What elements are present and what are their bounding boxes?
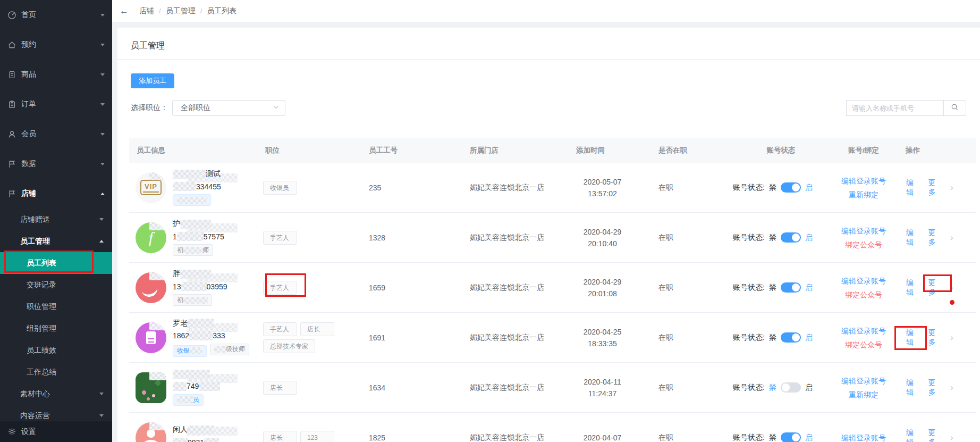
actions-cell: 编辑更多 bbox=[898, 228, 950, 247]
position-chip-123: 123 bbox=[300, 431, 334, 442]
breadcrumb-separator: / bbox=[200, 7, 202, 15]
sidebar-item-预约[interactable]: 预约 bbox=[0, 30, 112, 60]
position-cell: 手艺人 bbox=[258, 279, 359, 296]
more-link[interactable]: 更多 bbox=[928, 278, 943, 297]
search-button[interactable] bbox=[943, 100, 966, 116]
privacy-mosaic bbox=[149, 322, 166, 330]
visible-text: 收银 bbox=[177, 346, 190, 355]
sidebar-item-店铺[interactable]: 店铺 bbox=[0, 179, 112, 209]
store-cell: 媚妃美容连锁北京一店 bbox=[462, 383, 569, 393]
visible-text: 初 bbox=[177, 296, 183, 305]
row-expand-chevron-icon[interactable]: › bbox=[950, 382, 963, 393]
row-expand-chevron-icon[interactable]: › bbox=[950, 332, 963, 343]
privacy-mosaic bbox=[183, 247, 202, 254]
position-select[interactable]: 全部职位 bbox=[172, 100, 285, 116]
added-date: 2020-04-11 bbox=[569, 376, 636, 388]
add-employee-button[interactable]: 添加员工 bbox=[131, 73, 174, 88]
sidebar-item-商品[interactable]: 商品 bbox=[0, 60, 112, 89]
link-绑定公众号[interactable]: 绑定公众号 bbox=[829, 238, 898, 252]
level-tag: 级技师 bbox=[210, 344, 249, 355]
breadcrumb-item-员工管理[interactable]: 员工管理 bbox=[166, 6, 196, 15]
link-重新绑定[interactable]: 重新绑定 bbox=[829, 188, 898, 202]
link-编辑登录账号[interactable]: 编辑登录账号 bbox=[829, 224, 898, 238]
search-input[interactable] bbox=[846, 100, 943, 116]
more-link[interactable]: 更多 bbox=[928, 328, 943, 347]
edit-link[interactable]: 编辑 bbox=[906, 328, 921, 347]
position-cell: 店长 bbox=[258, 379, 359, 396]
sidebar-item-数据[interactable]: 数据 bbox=[0, 149, 112, 179]
breadcrumb-item-店铺[interactable]: 店铺 bbox=[139, 6, 154, 15]
sidebar-item-订单[interactable]: 订单 bbox=[0, 89, 112, 119]
link-编辑登录账号[interactable]: 编辑登录账号 bbox=[829, 274, 898, 288]
sidebar-item-会员[interactable]: 会员 bbox=[0, 119, 112, 149]
link-绑定公众号[interactable]: 绑定公众号 bbox=[829, 288, 898, 302]
more-link[interactable]: 更多 bbox=[928, 378, 943, 397]
account-bind-cell: 编辑登录账号 bbox=[829, 431, 898, 442]
more-link[interactable]: 更多 bbox=[928, 178, 943, 197]
on-duty-cell: 在职 bbox=[651, 283, 733, 293]
position-chip-店长: 店长 bbox=[263, 381, 297, 395]
link-编辑登录账号[interactable]: 编辑登录账号 bbox=[829, 374, 898, 388]
sidebar-item-label: 店铺 bbox=[21, 189, 100, 198]
back-arrow-icon[interactable]: ← bbox=[120, 6, 129, 16]
level-tag bbox=[173, 194, 211, 206]
visible-text: 13 bbox=[173, 282, 181, 291]
status-label: 账号状态: bbox=[733, 233, 765, 243]
sidebar-subitem-员工列表[interactable]: 员工列表 bbox=[0, 252, 112, 274]
sidebar-subitem-工作总结[interactable]: 工作总结 bbox=[0, 361, 112, 383]
edit-link[interactable]: 编辑 bbox=[906, 278, 921, 297]
link-绑定公众号[interactable]: 绑定公众号 bbox=[829, 338, 898, 352]
on-duty-cell: 在职 bbox=[651, 433, 733, 442]
enable-label: 启 bbox=[805, 333, 813, 343]
edit-link[interactable]: 编辑 bbox=[906, 178, 921, 197]
visible-text: 333 bbox=[213, 331, 225, 340]
employee-info-cell: f护157575初师 bbox=[129, 219, 258, 256]
row-expand-chevron-icon[interactable]: › bbox=[950, 282, 963, 293]
store-cell: 媚妃美容连锁北京一店 bbox=[462, 433, 569, 442]
edit-link[interactable]: 编辑 bbox=[906, 428, 921, 442]
more-link[interactable]: 更多 bbox=[928, 428, 943, 442]
sidebar-subitem-交班记录[interactable]: 交班记录 bbox=[0, 274, 112, 296]
breadcrumb-item-员工列表[interactable]: 员工列表 bbox=[207, 6, 236, 15]
chevron-down-icon bbox=[99, 218, 104, 223]
sidebar-subitem-label: 员工绩效 bbox=[27, 346, 56, 355]
edit-link[interactable]: 编辑 bbox=[906, 378, 921, 397]
sidebar-subitem-职位管理[interactable]: 职位管理 bbox=[0, 296, 112, 318]
privacy-mosaic bbox=[149, 172, 166, 180]
toolbar: 添加员工 bbox=[131, 73, 980, 88]
column-header-所属门店: 所属门店 bbox=[462, 146, 569, 155]
added-clock: 20:01:08 bbox=[569, 288, 636, 299]
sidebar-item-设置[interactable]: 设置 bbox=[0, 421, 112, 442]
sidebar-subitem-店铺赠送[interactable]: 店铺赠送 bbox=[0, 209, 112, 230]
row-expand-chevron-icon[interactable]: › bbox=[950, 232, 963, 243]
sidebar-subitem-组别管理[interactable]: 组别管理 bbox=[0, 318, 112, 339]
column-header-是否在职: 是否在职 bbox=[651, 146, 733, 155]
privacy-mosaic bbox=[180, 270, 211, 279]
employee-phone: 9931 bbox=[173, 438, 219, 442]
link-编辑登录账号[interactable]: 编辑登录账号 bbox=[829, 324, 898, 338]
table-row: 闲人9931店长1231825媚妃美容连锁北京一店2020-04-07在职账号状… bbox=[129, 413, 976, 442]
account-status-toggle[interactable] bbox=[781, 282, 801, 293]
sidebar-item-首页[interactable]: 首页 bbox=[0, 0, 112, 30]
account-status-toggle[interactable] bbox=[781, 432, 801, 442]
account-status-toggle[interactable] bbox=[781, 382, 801, 393]
account-status-toggle[interactable] bbox=[781, 232, 801, 243]
privacy-mosaic bbox=[173, 182, 196, 191]
employee-level-tags: 员 bbox=[173, 394, 220, 406]
sidebar-subitem-员工管理[interactable]: 员工管理 bbox=[0, 230, 112, 252]
table-row: 罗老1862333收银级技师手艺人店长总部技术专家1691媚妃美容连锁北京一店2… bbox=[129, 313, 976, 363]
link-编辑登录账号[interactable]: 编辑登录账号 bbox=[829, 431, 898, 442]
account-status-toggle[interactable] bbox=[781, 332, 801, 343]
row-expand-chevron-icon[interactable]: › bbox=[950, 182, 963, 193]
row-expand-chevron-icon[interactable]: › bbox=[950, 432, 963, 442]
sidebar-subitem-素材中心[interactable]: 素材中心 bbox=[0, 383, 112, 405]
green-letter-avatar: f bbox=[136, 222, 166, 253]
link-编辑登录账号[interactable]: 编辑登录账号 bbox=[829, 174, 898, 188]
sidebar: 首页预约商品订单会员数据店铺店铺赠送员工管理员工列表交班记录职位管理组别管理员工… bbox=[0, 0, 112, 442]
more-link[interactable]: 更多 bbox=[928, 228, 943, 247]
link-重新绑定[interactable]: 重新绑定 bbox=[829, 388, 898, 402]
edit-link[interactable]: 编辑 bbox=[906, 228, 921, 247]
account-status-toggle[interactable] bbox=[781, 182, 801, 193]
sidebar-subitem-label: 工作总结 bbox=[27, 368, 56, 377]
sidebar-subitem-员工绩效[interactable]: 员工绩效 bbox=[0, 339, 112, 361]
